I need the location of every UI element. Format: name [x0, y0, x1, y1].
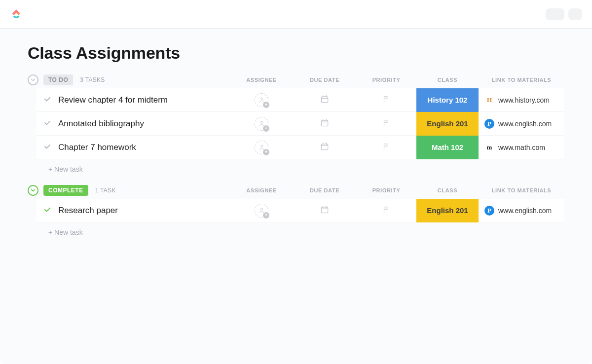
col-priority[interactable]: PRIORITY	[356, 187, 416, 193]
class-tag[interactable]: Math 102	[416, 136, 479, 159]
svg-rect-16	[321, 207, 328, 213]
new-task-button[interactable]: + New task	[37, 159, 564, 185]
assignee-add-icon: +	[255, 204, 268, 218]
group-complete: COMPLETE 1 TASK ASSIGNEE DUE DATE PRIORI…	[28, 185, 564, 248]
task-row[interactable]: Research paper + English 201 P www.engli…	[37, 199, 564, 222]
col-materials[interactable]: LINK TO MATERIALS	[479, 187, 564, 193]
task-title[interactable]: Review chapter 4 for midterm	[58, 95, 230, 105]
task-row[interactable]: Annotated bibliography + English 201 P w…	[37, 112, 564, 136]
materials-url: www.english.com	[498, 120, 552, 128]
group-header-complete: COMPLETE 1 TASK ASSIGNEE DUE DATE PRIORI…	[28, 185, 564, 196]
topbar	[0, 0, 592, 29]
column-headers: ASSIGNEE DUE DATE PRIORITY CLASS LINK TO…	[230, 77, 564, 83]
materials-link[interactable]: m www.math.com	[479, 143, 564, 152]
check-icon	[43, 143, 51, 152]
task-check[interactable]	[37, 206, 58, 216]
calendar-icon	[320, 205, 330, 217]
assignee-cell[interactable]: +	[230, 204, 293, 218]
col-due-date[interactable]: DUE DATE	[293, 187, 356, 193]
svg-point-5	[260, 121, 262, 123]
materials-url: www.history.com	[498, 96, 550, 104]
chevron-down-icon	[31, 75, 36, 84]
plus-badge-icon: +	[263, 212, 269, 218]
due-date-cell[interactable]	[293, 142, 356, 153]
check-icon	[43, 95, 51, 105]
task-row[interactable]: Review chapter 4 for midterm + History 1…	[37, 88, 564, 112]
group-todo: TO DO 3 TASKS ASSIGNEE DUE DATE PRIORITY…	[28, 74, 564, 185]
col-due-date[interactable]: DUE DATE	[293, 77, 356, 83]
priority-cell[interactable]	[356, 205, 416, 216]
flag-icon	[382, 142, 391, 153]
flag-icon	[382, 205, 391, 216]
task-title[interactable]: Chapter 7 homework	[58, 143, 230, 152]
column-headers: ASSIGNEE DUE DATE PRIORITY CLASS LINK TO…	[230, 187, 564, 193]
task-check[interactable]	[37, 119, 58, 129]
col-assignee[interactable]: ASSIGNEE	[230, 77, 293, 83]
priority-cell[interactable]	[356, 95, 416, 106]
collapse-toggle[interactable]	[28, 74, 38, 85]
group-header-todo: TO DO 3 TASKS ASSIGNEE DUE DATE PRIORITY…	[28, 74, 564, 85]
col-class[interactable]: CLASS	[416, 187, 479, 193]
svg-rect-1	[321, 97, 328, 103]
favicon-icon: P	[484, 206, 494, 216]
col-assignee[interactable]: ASSIGNEE	[230, 187, 293, 193]
due-date-cell[interactable]	[293, 118, 356, 130]
chevron-down-icon	[31, 186, 36, 195]
page-title: Class Assignments	[28, 43, 564, 63]
svg-point-10	[260, 145, 262, 147]
materials-link[interactable]: P www.english.com	[479, 119, 564, 129]
check-icon	[43, 119, 51, 129]
task-check[interactable]	[37, 143, 58, 152]
topbar-button-2[interactable]	[568, 8, 582, 20]
status-pill[interactable]: COMPLETE	[43, 185, 88, 196]
assignee-cell[interactable]: +	[230, 93, 293, 107]
col-priority[interactable]: PRIORITY	[356, 77, 416, 83]
app-logo[interactable]	[10, 8, 23, 21]
groups-container: TO DO 3 TASKS ASSIGNEE DUE DATE PRIORITY…	[28, 74, 564, 248]
plus-badge-icon: +	[263, 102, 269, 108]
task-title[interactable]: Annotated bibliography	[58, 119, 230, 129]
calendar-icon	[320, 94, 330, 106]
new-task-button[interactable]: + New task	[37, 222, 564, 248]
flag-icon	[382, 95, 391, 106]
task-title[interactable]: Research paper	[58, 206, 230, 216]
svg-rect-6	[321, 120, 328, 126]
class-tag[interactable]: English 201	[416, 112, 479, 136]
class-tag[interactable]: History 102	[416, 88, 479, 112]
topbar-right	[546, 8, 582, 20]
col-class[interactable]: CLASS	[416, 77, 479, 83]
page-body: Class Assignments TO DO 3 TASKS ASSIGNEE…	[0, 29, 592, 364]
favicon-icon: P	[484, 119, 494, 129]
status-pill[interactable]: TO DO	[43, 74, 73, 85]
check-icon	[43, 206, 51, 216]
task-count: 3 TASKS	[80, 76, 105, 83]
materials-url: www.english.com	[498, 207, 552, 215]
assignee-cell[interactable]: +	[230, 117, 293, 131]
flag-icon	[382, 118, 391, 129]
plus-badge-icon: +	[263, 149, 269, 155]
task-row[interactable]: Chapter 7 homework + Math 102 m www.math…	[37, 136, 564, 159]
favicon-icon: m	[484, 143, 494, 152]
assignee-cell[interactable]: +	[230, 141, 293, 154]
assignee-add-icon: +	[255, 93, 268, 107]
favicon-icon: H	[484, 95, 494, 105]
plus-badge-icon: +	[263, 125, 269, 132]
task-check[interactable]	[37, 95, 58, 105]
topbar-button-1[interactable]	[546, 8, 564, 20]
collapse-toggle[interactable]	[28, 185, 38, 196]
assignee-add-icon: +	[255, 117, 268, 131]
svg-rect-11	[321, 144, 328, 150]
priority-cell[interactable]	[356, 142, 416, 153]
svg-point-0	[260, 98, 262, 100]
calendar-icon	[320, 118, 330, 130]
col-materials[interactable]: LINK TO MATERIALS	[479, 77, 564, 83]
assignee-add-icon: +	[255, 141, 268, 154]
priority-cell[interactable]	[356, 118, 416, 129]
calendar-icon	[320, 142, 330, 153]
due-date-cell[interactable]	[293, 94, 356, 106]
materials-link[interactable]: H www.history.com	[479, 95, 564, 105]
class-tag[interactable]: English 201	[416, 199, 479, 222]
due-date-cell[interactable]	[293, 205, 356, 217]
svg-point-15	[260, 208, 262, 210]
materials-link[interactable]: P www.english.com	[479, 206, 564, 216]
